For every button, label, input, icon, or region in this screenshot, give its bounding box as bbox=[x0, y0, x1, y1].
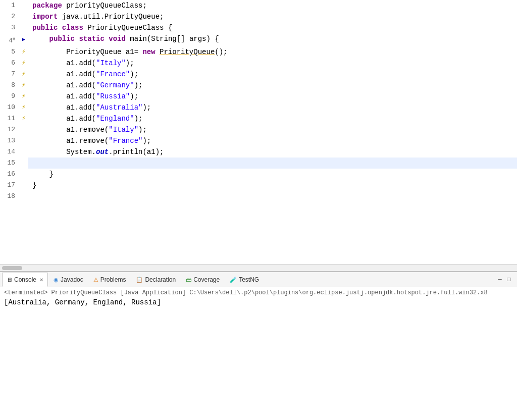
code-line-16: 16 } bbox=[0, 169, 517, 180]
line-content-7: a1.add("France"); bbox=[28, 69, 517, 80]
testng-icon: 🧪 bbox=[230, 277, 237, 283]
code-line-15: 15 bbox=[0, 158, 517, 169]
line-content-18 bbox=[28, 191, 517, 202]
gutter-15 bbox=[19, 158, 28, 169]
line-content-1: package priorityQueueClass; bbox=[28, 0, 517, 11]
code-line-13: 13 a1.remove("France"); bbox=[0, 135, 517, 146]
tab-testng-label: TestNG bbox=[239, 276, 259, 283]
gutter-2 bbox=[19, 11, 28, 22]
code-line-6: 6 ⚡ a1.add("Italy"); bbox=[0, 58, 517, 69]
line-num-9: 9 bbox=[0, 91, 19, 102]
tab-problems[interactable]: ⚠ Problems bbox=[89, 273, 131, 287]
tab-console[interactable]: 🖥 Console ✕ bbox=[2, 273, 48, 287]
line-content-11: a1.add("England"); bbox=[28, 113, 517, 124]
tab-testng[interactable]: 🧪 TestNG bbox=[225, 273, 264, 287]
bottom-tabs-bar: 🖥 Console ✕ ◉ Javadoc ⚠ Problems 📋 Decla… bbox=[0, 272, 517, 287]
line-num-14: 14 bbox=[0, 146, 19, 158]
gutter-9: ⚡ bbox=[19, 91, 28, 102]
gutter-16 bbox=[19, 169, 28, 180]
line-num-13: 13 bbox=[0, 135, 19, 146]
line-content-8: a1.add("Germany"); bbox=[28, 80, 517, 91]
console-close-btn[interactable]: ✕ bbox=[39, 277, 43, 283]
line-num-2: 2 bbox=[0, 11, 19, 22]
line-content-4: public static void main(String[] args) { bbox=[28, 33, 517, 46]
declaration-icon: 📋 bbox=[136, 277, 143, 283]
line-num-11: 11 bbox=[0, 113, 19, 124]
tab-coverage-label: Coverage bbox=[193, 276, 220, 283]
tab-declaration-label: Declaration bbox=[145, 276, 176, 283]
code-line-8: 8 ⚡ a1.add("Germany"); bbox=[0, 80, 517, 91]
code-line-10: 10 ⚡ a1.add("Australia"); bbox=[0, 102, 517, 113]
code-line-2: 2 import java.util.PriorityQueue; bbox=[0, 11, 517, 22]
terminated-status: <terminated> PriorityQueueClass [Java Ap… bbox=[4, 289, 513, 296]
line-num-18: 18 bbox=[0, 191, 19, 202]
tab-console-label: Console bbox=[14, 276, 36, 283]
line-content-5: PriorityQueue a1= new PriorityQueue(); bbox=[28, 46, 517, 58]
line-num-12: 12 bbox=[0, 124, 19, 135]
line-content-14: System.out.println(a1); bbox=[28, 146, 517, 158]
code-line-14: 14 System.out.println(a1); bbox=[0, 146, 517, 158]
gutter-10: ⚡ bbox=[19, 102, 28, 113]
gutter-13 bbox=[19, 135, 28, 146]
gutter-7: ⚡ bbox=[19, 69, 28, 80]
coverage-icon: 🗃 bbox=[186, 277, 191, 283]
line-num-15: 15 bbox=[0, 158, 19, 169]
code-line-5: 5 ⚡ PriorityQueue a1= new PriorityQueue(… bbox=[0, 46, 517, 58]
console-icon: 🖥 bbox=[7, 277, 12, 283]
gutter-14 bbox=[19, 146, 28, 158]
tab-problems-label: Problems bbox=[100, 276, 126, 283]
maximize-panel-button[interactable]: □ bbox=[505, 276, 513, 284]
line-content-2: import java.util.PriorityQueue; bbox=[28, 11, 517, 22]
line-content-9: a1.add("Russia"); bbox=[28, 91, 517, 102]
code-lines: 1 package priorityQueueClass; 2 import j… bbox=[0, 0, 517, 264]
javadoc-icon: ◉ bbox=[54, 277, 59, 283]
code-line-3: 3 public class PriorityQueueClass { bbox=[0, 22, 517, 33]
gutter-8: ⚡ bbox=[19, 80, 28, 91]
minimize-panel-button[interactable]: — bbox=[496, 276, 504, 284]
line-num-3: 3 bbox=[0, 22, 19, 33]
line-num-6: 6 bbox=[0, 58, 19, 69]
line-num-10: 10 bbox=[0, 102, 19, 113]
line-num-7: 7 bbox=[0, 69, 19, 80]
horizontal-scrollbar[interactable] bbox=[0, 264, 517, 271]
code-line-12: 12 a1.remove("Italy"); bbox=[0, 124, 517, 135]
gutter-5: ⚡ bbox=[19, 46, 28, 58]
line-content-6: a1.add("Italy"); bbox=[28, 58, 517, 69]
line-content-3: public class PriorityQueueClass { bbox=[28, 22, 517, 33]
tab-declaration[interactable]: 📋 Declaration bbox=[131, 273, 180, 287]
gutter-6: ⚡ bbox=[19, 58, 28, 69]
gutter-1 bbox=[19, 0, 28, 11]
line-num-16: 16 bbox=[0, 169, 19, 180]
code-line-1: 1 package priorityQueueClass; bbox=[0, 0, 517, 11]
console-output: [Australia, Germany, England, Russia] bbox=[4, 298, 513, 306]
scrollbar-thumb[interactable] bbox=[2, 266, 22, 270]
line-content-10: a1.add("Australia"); bbox=[28, 102, 517, 113]
gutter-3 bbox=[19, 22, 28, 33]
gutter-11: ⚡ bbox=[19, 113, 28, 124]
gutter-4: ▶ bbox=[19, 33, 28, 46]
tab-javadoc-label: Javadoc bbox=[61, 276, 83, 283]
panel-controls: — □ bbox=[496, 276, 515, 284]
line-num-1: 1 bbox=[0, 0, 19, 11]
code-line-18: 18 bbox=[0, 191, 517, 202]
line-content-13: a1.remove("France"); bbox=[28, 135, 517, 146]
code-line-4: 4◉ ▶ public static void main(String[] ar… bbox=[0, 33, 517, 46]
code-editor[interactable]: 1 package priorityQueueClass; 2 import j… bbox=[0, 0, 517, 271]
line-content-16: } bbox=[28, 169, 517, 180]
code-line-9: 9 ⚡ a1.add("Russia"); bbox=[0, 91, 517, 102]
line-content-12: a1.remove("Italy"); bbox=[28, 124, 517, 135]
gutter-18 bbox=[19, 191, 28, 202]
bottom-panel: 🖥 Console ✕ ◉ Javadoc ⚠ Problems 📋 Decla… bbox=[0, 271, 517, 420]
line-num-8: 8 bbox=[0, 80, 19, 91]
problems-icon: ⚠ bbox=[93, 277, 98, 283]
line-num-5: 5 bbox=[0, 46, 19, 58]
line-content-15 bbox=[28, 158, 517, 169]
code-line-17: 17 } bbox=[0, 180, 517, 191]
tab-coverage[interactable]: 🗃 Coverage bbox=[181, 273, 224, 287]
code-line-11: 11 ⚡ a1.add("England"); bbox=[0, 113, 517, 124]
line-num-17: 17 bbox=[0, 180, 19, 191]
tab-javadoc[interactable]: ◉ Javadoc bbox=[49, 273, 88, 287]
console-content: <terminated> PriorityQueueClass [Java Ap… bbox=[0, 287, 517, 420]
gutter-12 bbox=[19, 124, 28, 135]
line-num-4: 4◉ bbox=[0, 33, 19, 46]
